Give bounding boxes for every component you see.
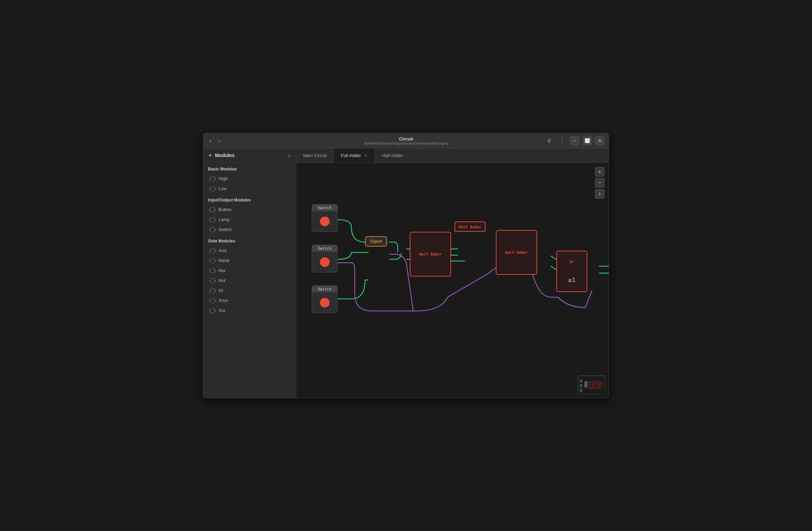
switch-node-3[interactable]: Switch (312, 285, 338, 313)
module-icon (210, 268, 215, 273)
module-icon (210, 298, 215, 303)
or-node[interactable]: Or ≥1 (556, 251, 587, 292)
half-adder-node-2[interactable]: Half Adder (496, 230, 537, 275)
sidebar-item-nor[interactable]: Nor (203, 266, 296, 275)
sidebar-item-or[interactable]: Or (203, 285, 296, 295)
sidebar-item-button[interactable]: Button (203, 205, 296, 215)
sidebar-title: Modules (215, 153, 235, 158)
search-button[interactable]: ⌕ (288, 152, 291, 158)
module-icon (210, 227, 215, 232)
tab-close-button[interactable]: × (364, 153, 368, 158)
switch-node-2[interactable]: Switch (312, 245, 338, 272)
window-path: /home/felix/Sources/logicrs/examples/4-b… (364, 142, 448, 145)
svg-rect-3 (580, 389, 583, 392)
app-window: ‹ › Circuit /home/felix/Sources/logicrs/… (203, 133, 609, 398)
module-icon (210, 258, 215, 263)
switch-dot-1[interactable] (320, 217, 330, 226)
sidebar-item-switch[interactable]: Switch (203, 225, 296, 235)
title-bar-center: Circuit /home/felix/Sources/logicrs/exam… (364, 136, 448, 145)
sidebar-item-not[interactable]: Not (203, 275, 296, 285)
module-icon (210, 217, 215, 222)
switch-dot-3[interactable] (320, 298, 330, 308)
module-icon (210, 288, 215, 293)
close-button[interactable]: ✕ (595, 136, 605, 146)
module-icon (210, 186, 215, 191)
module-icon (210, 278, 215, 283)
input-node[interactable]: Input (365, 236, 387, 247)
hashtag-button[interactable]: # (545, 136, 554, 145)
fit-button[interactable]: 1 (595, 189, 605, 199)
tabs-bar: Main Circuit Full Adder × Half Adder (296, 148, 609, 163)
main-content: + Modules ⌕ Basic Modules High Low Input… (203, 148, 609, 398)
module-icon (210, 308, 215, 313)
title-bar: ‹ › Circuit /home/felix/Sources/logicrs/… (203, 133, 609, 148)
switch-node-1[interactable]: Switch (312, 204, 338, 232)
svg-rect-6 (595, 381, 599, 389)
switch-dot-2[interactable] (320, 257, 330, 267)
sidebar-item-xor[interactable]: Xor (203, 305, 296, 315)
minimize-button[interactable]: − (570, 136, 580, 146)
section-io-modules: Input/Output Modules (203, 194, 296, 205)
section-gate-modules: Gate Modules (203, 235, 296, 246)
sidebar: + Modules ⌕ Basic Modules High Low Input… (203, 148, 296, 398)
svg-rect-2 (580, 384, 583, 387)
svg-rect-1 (580, 379, 583, 383)
maximize-button[interactable]: ⬜ (583, 136, 592, 146)
sidebar-item-high[interactable]: High (203, 174, 296, 184)
sidebar-item-nand[interactable]: Nand (203, 256, 296, 266)
module-icon (210, 248, 215, 253)
sidebar-item-xnor[interactable]: Xnor (203, 295, 296, 305)
minimap[interactable] (578, 375, 605, 394)
canvas-controls: + − 1 (595, 167, 605, 199)
sidebar-item-low[interactable]: Low (203, 184, 296, 194)
svg-rect-5 (589, 381, 593, 389)
half-adder-node-1[interactable]: Half Adder (410, 232, 451, 277)
zoom-in-button[interactable]: + (595, 167, 605, 177)
half-adder-node-top[interactable]: Half Adder (455, 221, 485, 232)
module-icon (210, 207, 215, 212)
title-bar-controls: # ⋮ − ⬜ ✕ (545, 136, 605, 146)
tab-main-circuit[interactable]: Main Circuit (296, 148, 334, 163)
minimap-svg (578, 376, 606, 395)
right-panel: Main Circuit Full Adder × Half Adder + −… (296, 148, 609, 398)
title-bar-left: ‹ › (207, 136, 222, 145)
sidebar-header: + Modules ⌕ (203, 148, 296, 163)
window-title: Circuit (399, 136, 413, 142)
menu-button[interactable]: ⋮ (556, 136, 567, 145)
tab-half-adder[interactable]: Half Adder (375, 148, 410, 163)
add-module-button[interactable]: + (208, 152, 212, 159)
svg-rect-7 (599, 382, 602, 388)
nav-back-button[interactable]: ‹ (207, 136, 213, 145)
sidebar-item-and[interactable]: And (203, 246, 296, 256)
module-icon (210, 176, 215, 181)
section-basic-modules: Basic Modules (203, 163, 296, 174)
sidebar-item-lamp[interactable]: Lamp (203, 215, 296, 225)
zoom-out-button[interactable]: − (595, 178, 605, 188)
canvas-area[interactable]: + − 1 (296, 163, 609, 398)
tab-full-adder[interactable]: Full Adder × (334, 148, 375, 163)
nav-forward-button[interactable]: › (216, 136, 222, 145)
svg-rect-4 (584, 381, 588, 387)
